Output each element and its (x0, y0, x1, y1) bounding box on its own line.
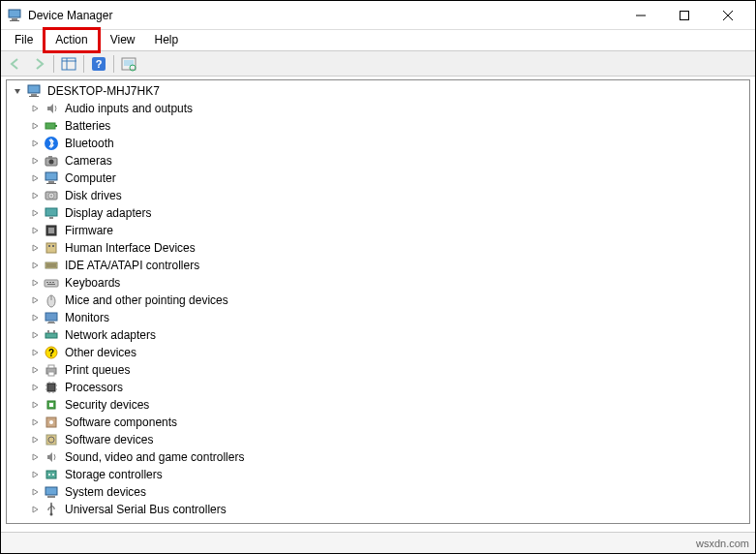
network-icon (44, 327, 59, 343)
scan-hardware-button[interactable] (118, 53, 139, 75)
chevron-right-icon[interactable] (28, 346, 42, 359)
tree-category-node[interactable]: Software components (7, 414, 749, 431)
chevron-right-icon[interactable] (28, 154, 42, 168)
tree-category-node[interactable]: Keyboards (7, 274, 749, 292)
close-button[interactable] (706, 2, 749, 29)
chevron-down-icon[interactable] (11, 84, 24, 98)
tree-category-label: Network adapters (63, 327, 158, 343)
chevron-right-icon[interactable] (28, 102, 42, 115)
forward-button[interactable] (28, 53, 49, 75)
tree-category-node[interactable]: Network adapters (7, 326, 749, 344)
menu-view[interactable]: View (101, 30, 145, 50)
svg-rect-58 (47, 384, 55, 391)
tree-category-label: Processors (63, 380, 125, 395)
chevron-right-icon[interactable] (28, 293, 42, 307)
svg-rect-52 (53, 330, 55, 333)
tree-category-node[interactable]: ?Other devices (7, 344, 749, 361)
tree-category-label: Software components (63, 415, 179, 430)
tree-category-node[interactable]: Monitors (7, 309, 749, 326)
menu-help[interactable]: Help (145, 30, 189, 50)
audio-icon (44, 101, 59, 116)
tree-category-node[interactable]: Display adapters (7, 204, 749, 222)
svg-rect-30 (45, 208, 57, 216)
svg-point-22 (49, 160, 54, 165)
watermark-text: wsxdn.com (696, 538, 749, 549)
tree-category-node[interactable]: IDE ATA/ATAPI controllers (7, 257, 749, 274)
svg-rect-16 (31, 94, 37, 96)
tree-category-node[interactable]: Cameras (7, 152, 749, 169)
storage-icon (44, 467, 59, 482)
menu-file[interactable]: File (5, 30, 43, 50)
chevron-right-icon[interactable] (28, 416, 42, 429)
other-icon: ? (44, 345, 59, 360)
sound-icon (44, 449, 59, 465)
tree-category-node[interactable]: Computer (7, 169, 749, 187)
chevron-right-icon[interactable] (28, 381, 42, 394)
tree-category-node[interactable]: Disk drives (7, 187, 749, 204)
tree-category-node[interactable]: Batteries (7, 117, 749, 135)
chevron-right-icon[interactable] (28, 276, 42, 290)
help-button[interactable]: ? (88, 53, 109, 75)
chevron-right-icon[interactable] (28, 206, 42, 220)
tree-category-node[interactable]: Human Interface Devices (7, 239, 749, 257)
tree-category-node[interactable]: Storage controllers (7, 466, 749, 483)
chevron-right-icon[interactable] (28, 503, 42, 516)
tree-category-node[interactable]: Mice and other pointing devices (7, 292, 749, 309)
show-hide-tree-button[interactable] (58, 53, 79, 75)
chevron-right-icon[interactable] (28, 450, 42, 464)
tree-category-node[interactable]: Print queues (7, 361, 749, 379)
svg-rect-76 (45, 487, 57, 495)
svg-rect-77 (47, 496, 55, 498)
chevron-right-icon[interactable] (28, 189, 42, 202)
svg-rect-31 (49, 217, 53, 219)
tree-category-label: IDE ATA/ATAPI controllers (63, 258, 201, 273)
chevron-right-icon[interactable] (28, 363, 42, 377)
svg-rect-73 (46, 471, 56, 478)
svg-rect-1 (12, 18, 17, 20)
tree-category-node[interactable]: System devices (7, 483, 749, 501)
chevron-right-icon[interactable] (28, 119, 42, 133)
tree-category-label: Monitors (63, 310, 111, 325)
menu-action[interactable]: Action (43, 27, 100, 53)
tree-category-node[interactable]: Bluetooth (7, 135, 749, 152)
chevron-right-icon[interactable] (28, 259, 42, 272)
chevron-right-icon[interactable] (28, 241, 42, 255)
chevron-right-icon[interactable] (28, 311, 42, 324)
svg-point-78 (50, 513, 53, 516)
tree-category-label: Storage controllers (63, 467, 165, 482)
chevron-right-icon[interactable] (28, 137, 42, 150)
tree-category-node[interactable]: Security devices (7, 396, 749, 414)
toolbar: ? (1, 51, 755, 77)
svg-point-70 (49, 420, 53, 424)
svg-rect-56 (48, 365, 54, 368)
tree-category-label: Display adapters (63, 205, 153, 221)
usb-icon (44, 502, 59, 517)
tree-category-node[interactable]: Universal Serial Bus controllers (7, 501, 749, 518)
tree-root-node[interactable]: DESKTOP-MHJ7HK7 (7, 82, 749, 100)
svg-rect-48 (48, 322, 54, 323)
tree-category-node[interactable]: Firmware (7, 222, 749, 239)
chevron-right-icon[interactable] (28, 485, 42, 499)
maximize-button[interactable] (662, 2, 706, 29)
minimize-button[interactable] (619, 2, 662, 29)
chevron-right-icon[interactable] (28, 468, 42, 481)
tree-category-node[interactable]: Audio inputs and outputs (7, 100, 749, 117)
chevron-right-icon[interactable] (28, 433, 42, 446)
computer-icon (26, 83, 42, 99)
svg-rect-41 (46, 282, 48, 283)
chevron-right-icon[interactable] (28, 224, 42, 237)
tree-category-label: Sound, video and game controllers (63, 449, 246, 465)
tree-category-label: Cameras (63, 153, 114, 169)
device-tree[interactable]: DESKTOP-MHJ7HK7Audio inputs and outputsB… (6, 79, 750, 524)
back-button[interactable] (5, 53, 26, 75)
tree-category-node[interactable]: Sound, video and game controllers (7, 448, 749, 466)
camera-icon (44, 153, 59, 169)
tree-category-node[interactable]: Software devices (7, 431, 749, 448)
svg-rect-7 (62, 58, 76, 70)
chevron-right-icon[interactable] (28, 398, 42, 412)
svg-rect-34 (46, 243, 56, 253)
chevron-right-icon[interactable] (28, 171, 42, 185)
statusbar: wsxdn.com (1, 532, 755, 553)
chevron-right-icon[interactable] (28, 328, 42, 342)
tree-category-node[interactable]: Processors (7, 379, 749, 396)
